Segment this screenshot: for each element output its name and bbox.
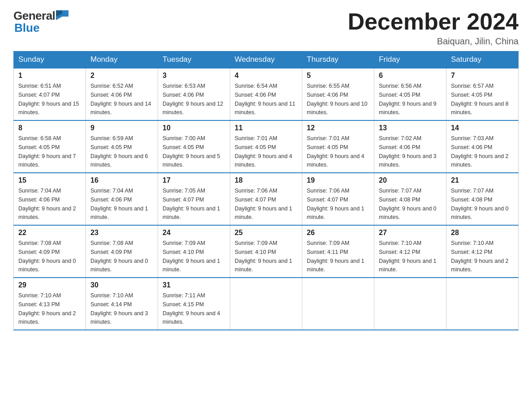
day-info: Sunrise: 7:06 AMSunset: 4:07 PMDaylight:… <box>307 188 365 220</box>
empty-cell <box>302 278 374 330</box>
day-cell-22: 22 Sunrise: 7:08 AMSunset: 4:09 PMDaylig… <box>14 225 86 278</box>
weekday-header-friday: Friday <box>374 51 446 68</box>
day-info: Sunrise: 6:58 AMSunset: 4:05 PMDaylight:… <box>18 135 76 168</box>
day-number: 30 <box>90 281 153 289</box>
weekday-header-saturday: Saturday <box>446 51 519 68</box>
day-number: 18 <box>235 176 297 184</box>
day-number: 16 <box>90 176 153 184</box>
day-number: 10 <box>163 124 225 132</box>
day-info: Sunrise: 7:05 AMSunset: 4:07 PMDaylight:… <box>163 188 220 220</box>
month-title: December 2024 <box>348 9 519 34</box>
weekday-header-thursday: Thursday <box>302 51 374 68</box>
day-info: Sunrise: 6:51 AMSunset: 4:07 PMDaylight:… <box>18 83 79 116</box>
day-number: 14 <box>451 124 514 132</box>
day-number: 8 <box>18 124 81 132</box>
week-row-2: 8 Sunrise: 6:58 AMSunset: 4:05 PMDayligh… <box>14 120 519 173</box>
calendar-table: SundayMondayTuesdayWednesdayThursdayFrid… <box>13 51 519 330</box>
day-cell-16: 16 Sunrise: 7:04 AMSunset: 4:06 PMDaylig… <box>86 173 158 225</box>
day-info: Sunrise: 7:04 AMSunset: 4:06 PMDaylight:… <box>90 188 148 220</box>
day-cell-24: 24 Sunrise: 7:09 AMSunset: 4:10 PMDaylig… <box>158 225 230 278</box>
day-number: 27 <box>379 229 442 237</box>
day-info: Sunrise: 7:01 AMSunset: 4:05 PMDaylight:… <box>307 135 365 168</box>
day-info: Sunrise: 7:09 AMSunset: 4:10 PMDaylight:… <box>163 240 220 273</box>
day-cell-13: 13 Sunrise: 7:02 AMSunset: 4:06 PMDaylig… <box>374 120 446 173</box>
location-subtitle: Baiquan, Jilin, China <box>348 36 519 47</box>
day-cell-25: 25 Sunrise: 7:09 AMSunset: 4:10 PMDaylig… <box>230 225 302 278</box>
day-info: Sunrise: 7:10 AMSunset: 4:13 PMDaylight:… <box>18 292 76 325</box>
day-info: Sunrise: 7:10 AMSunset: 4:12 PMDaylight:… <box>451 240 509 273</box>
title-area: December 2024 Baiquan, Jilin, China <box>348 9 519 47</box>
day-cell-12: 12 Sunrise: 7:01 AMSunset: 4:05 PMDaylig… <box>302 120 374 173</box>
day-info: Sunrise: 6:59 AMSunset: 4:05 PMDaylight:… <box>90 135 148 168</box>
weekday-header-tuesday: Tuesday <box>158 51 230 68</box>
day-number: 21 <box>451 176 514 184</box>
week-row-3: 15 Sunrise: 7:04 AMSunset: 4:06 PMDaylig… <box>14 173 519 225</box>
day-info: Sunrise: 7:10 AMSunset: 4:14 PMDaylight:… <box>90 292 148 325</box>
weekday-header-row: SundayMondayTuesdayWednesdayThursdayFrid… <box>14 51 519 68</box>
day-cell-10: 10 Sunrise: 7:00 AMSunset: 4:05 PMDaylig… <box>158 120 230 173</box>
day-number: 22 <box>18 229 81 237</box>
day-info: Sunrise: 7:03 AMSunset: 4:06 PMDaylight:… <box>451 135 509 168</box>
day-info: Sunrise: 6:52 AMSunset: 4:06 PMDaylight:… <box>90 83 151 116</box>
day-info: Sunrise: 7:11 AMSunset: 4:15 PMDaylight:… <box>163 292 220 325</box>
day-number: 26 <box>307 229 369 237</box>
day-info: Sunrise: 7:07 AMSunset: 4:08 PMDaylight:… <box>451 188 509 220</box>
day-cell-30: 30 Sunrise: 7:10 AMSunset: 4:14 PMDaylig… <box>86 278 158 330</box>
empty-cell <box>374 278 446 330</box>
day-cell-4: 4 Sunrise: 6:54 AMSunset: 4:06 PMDayligh… <box>230 68 302 120</box>
day-info: Sunrise: 7:08 AMSunset: 4:09 PMDaylight:… <box>90 240 148 273</box>
day-number: 25 <box>235 229 297 237</box>
week-row-5: 29 Sunrise: 7:10 AMSunset: 4:13 PMDaylig… <box>14 278 519 330</box>
day-number: 17 <box>163 176 225 184</box>
day-cell-15: 15 Sunrise: 7:04 AMSunset: 4:06 PMDaylig… <box>14 173 86 225</box>
day-cell-2: 2 Sunrise: 6:52 AMSunset: 4:06 PMDayligh… <box>86 68 158 120</box>
day-number: 31 <box>163 281 225 289</box>
day-number: 1 <box>18 72 81 80</box>
day-number: 6 <box>379 72 442 80</box>
day-cell-28: 28 Sunrise: 7:10 AMSunset: 4:12 PMDaylig… <box>446 225 519 278</box>
day-cell-11: 11 Sunrise: 7:01 AMSunset: 4:05 PMDaylig… <box>230 120 302 173</box>
day-number: 3 <box>163 72 225 80</box>
day-number: 4 <box>235 72 297 80</box>
page-header: General Blue December 2024 Baiquan, Jili… <box>13 9 519 47</box>
day-info: Sunrise: 6:55 AMSunset: 4:06 PMDaylight:… <box>307 83 368 116</box>
day-cell-23: 23 Sunrise: 7:08 AMSunset: 4:09 PMDaylig… <box>86 225 158 278</box>
day-info: Sunrise: 7:09 AMSunset: 4:11 PMDaylight:… <box>307 240 365 273</box>
day-cell-1: 1 Sunrise: 6:51 AMSunset: 4:07 PMDayligh… <box>14 68 86 120</box>
day-cell-7: 7 Sunrise: 6:57 AMSunset: 4:05 PMDayligh… <box>446 68 519 120</box>
day-cell-14: 14 Sunrise: 7:03 AMSunset: 4:06 PMDaylig… <box>446 120 519 173</box>
day-number: 19 <box>307 176 369 184</box>
day-cell-27: 27 Sunrise: 7:10 AMSunset: 4:12 PMDaylig… <box>374 225 446 278</box>
day-info: Sunrise: 7:09 AMSunset: 4:10 PMDaylight:… <box>235 240 292 273</box>
day-info: Sunrise: 6:54 AMSunset: 4:06 PMDaylight:… <box>235 83 296 116</box>
day-info: Sunrise: 6:53 AMSunset: 4:06 PMDaylight:… <box>163 83 223 116</box>
day-number: 9 <box>90 124 153 132</box>
day-info: Sunrise: 6:57 AMSunset: 4:05 PMDaylight:… <box>451 83 509 116</box>
day-info: Sunrise: 7:07 AMSunset: 4:08 PMDaylight:… <box>379 188 437 220</box>
day-info: Sunrise: 7:01 AMSunset: 4:05 PMDaylight:… <box>235 135 292 168</box>
day-cell-9: 9 Sunrise: 6:59 AMSunset: 4:05 PMDayligh… <box>86 120 158 173</box>
day-cell-20: 20 Sunrise: 7:07 AMSunset: 4:08 PMDaylig… <box>374 173 446 225</box>
weekday-header-monday: Monday <box>86 51 158 68</box>
day-number: 24 <box>163 229 225 237</box>
day-cell-26: 26 Sunrise: 7:09 AMSunset: 4:11 PMDaylig… <box>302 225 374 278</box>
day-number: 13 <box>379 124 442 132</box>
day-info: Sunrise: 7:06 AMSunset: 4:07 PMDaylight:… <box>235 188 292 220</box>
day-cell-29: 29 Sunrise: 7:10 AMSunset: 4:13 PMDaylig… <box>14 278 86 330</box>
day-cell-19: 19 Sunrise: 7:06 AMSunset: 4:07 PMDaylig… <box>302 173 374 225</box>
empty-cell <box>230 278 302 330</box>
logo-flag-icon <box>56 10 69 20</box>
day-cell-8: 8 Sunrise: 6:58 AMSunset: 4:05 PMDayligh… <box>14 120 86 173</box>
day-number: 15 <box>18 176 81 184</box>
day-info: Sunrise: 7:04 AMSunset: 4:06 PMDaylight:… <box>18 188 76 220</box>
day-info: Sunrise: 7:10 AMSunset: 4:12 PMDaylight:… <box>379 240 437 273</box>
day-number: 7 <box>451 72 514 80</box>
day-cell-17: 17 Sunrise: 7:05 AMSunset: 4:07 PMDaylig… <box>158 173 230 225</box>
logo-blue-text: Blue <box>13 21 39 35</box>
day-cell-18: 18 Sunrise: 7:06 AMSunset: 4:07 PMDaylig… <box>230 173 302 225</box>
week-row-4: 22 Sunrise: 7:08 AMSunset: 4:09 PMDaylig… <box>14 225 519 278</box>
day-cell-31: 31 Sunrise: 7:11 AMSunset: 4:15 PMDaylig… <box>158 278 230 330</box>
day-number: 5 <box>307 72 369 80</box>
day-cell-3: 3 Sunrise: 6:53 AMSunset: 4:06 PMDayligh… <box>158 68 230 120</box>
day-cell-5: 5 Sunrise: 6:55 AMSunset: 4:06 PMDayligh… <box>302 68 374 120</box>
